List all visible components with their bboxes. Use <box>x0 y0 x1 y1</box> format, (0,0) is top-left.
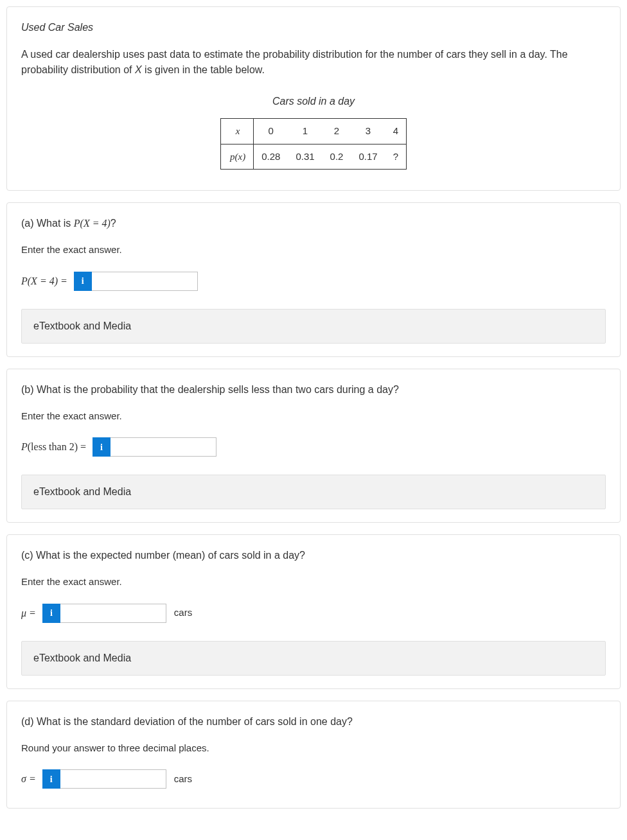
part-d-question: (d) What is the standard deviation of th… <box>21 714 606 730</box>
etextbook-button[interactable]: eTextbook and Media <box>21 309 606 344</box>
etextbook-button[interactable]: eTextbook and Media <box>21 475 606 509</box>
part-c-panel: (c) What is the expected number (mean) o… <box>6 534 621 689</box>
part-b-panel: (b) What is the probability that the dea… <box>6 369 621 523</box>
part-a-answer-row: P(X = 4) = i <box>21 272 606 291</box>
problem-title: Used Car Sales <box>21 20 606 35</box>
part-a-input[interactable] <box>92 272 198 291</box>
part-d-panel: (d) What is the standard deviation of th… <box>6 701 621 809</box>
intro-panel: Used Car Sales A used car dealership use… <box>6 6 621 191</box>
part-d-unit: cars <box>174 772 192 787</box>
part-b-input[interactable] <box>110 437 216 457</box>
part-b-answer-row: P(less than 2) = i <box>21 437 606 457</box>
part-a-question: (a) What is P(X = 4)? <box>21 216 606 231</box>
row-label-px: p(x) <box>221 144 254 170</box>
problem-description: A used car dealership uses past data to … <box>21 47 606 78</box>
part-b-question: (b) What is the probability that the dea… <box>21 382 606 398</box>
part-c-instruction: Enter the exact answer. <box>21 575 606 590</box>
part-b-label: P(less than 2) = <box>21 439 86 455</box>
part-c-unit: cars <box>174 606 192 620</box>
info-icon[interactable]: i <box>42 769 60 789</box>
part-a-instruction: Enter the exact answer. <box>21 243 606 258</box>
info-icon[interactable]: i <box>93 437 110 457</box>
info-icon[interactable]: i <box>74 272 92 291</box>
part-c-answer-row: μ = i cars <box>21 604 606 623</box>
etextbook-button[interactable]: eTextbook and Media <box>21 641 606 676</box>
part-c-input[interactable] <box>60 604 166 623</box>
table-row: p(x) 0.28 0.31 0.2 0.17 ? <box>221 144 407 170</box>
row-label-x: x <box>221 119 254 144</box>
probability-table: x 0 1 2 3 4 p(x) 0.28 0.31 0.2 0.17 ? <box>220 118 407 170</box>
part-b-instruction: Enter the exact answer. <box>21 409 606 424</box>
table-row: x 0 1 2 3 4 <box>221 119 407 144</box>
part-d-answer-row: σ = i cars <box>21 769 606 789</box>
part-c-question: (c) What is the expected number (mean) o… <box>21 548 606 563</box>
part-c-label: μ = <box>21 606 36 621</box>
table-caption: Cars sold in a day <box>21 94 606 109</box>
part-a-panel: (a) What is P(X = 4)? Enter the exact an… <box>6 202 621 357</box>
part-a-label: P(X = 4) = <box>21 274 67 289</box>
part-d-input[interactable] <box>60 769 166 789</box>
info-icon[interactable]: i <box>42 604 60 623</box>
part-d-label: σ = <box>21 771 36 787</box>
part-d-instruction: Round your answer to three decimal place… <box>21 741 606 756</box>
